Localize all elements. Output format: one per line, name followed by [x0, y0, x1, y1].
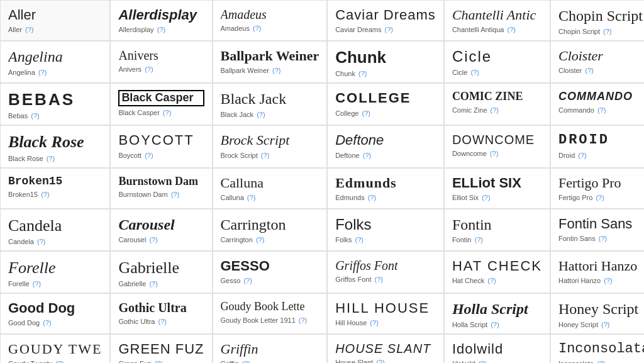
font-question-droid[interactable]: (?)	[578, 152, 586, 159]
font-cell-carousel[interactable]: CarouselCarousel (?)	[110, 209, 212, 251]
font-question-chunk[interactable]: (?)	[358, 70, 367, 77]
font-question-boycott[interactable]: (?)	[145, 152, 153, 159]
font-question-greenfuz[interactable]: (?)	[154, 360, 162, 363]
font-question-hatcheck[interactable]: (?)	[487, 277, 496, 284]
font-question-bebas[interactable]: (?)	[31, 112, 39, 120]
font-cell-idolwild[interactable]: IdolwildIdolwild (?)	[444, 334, 550, 363]
font-cell-gooddog[interactable]: Good DogGood Dog (?)	[0, 293, 110, 334]
font-cell-cloister[interactable]: CloisterCloister (?)	[550, 41, 644, 83]
font-cell-elliotsix[interactable]: ELLiot SIXElliot Six (?)	[444, 168, 550, 209]
font-question-honey[interactable]: (?)	[601, 321, 609, 328]
font-question-fertigo[interactable]: (?)	[596, 194, 604, 201]
font-cell-fertigo[interactable]: Fertigo ProFertigo Pro (?)	[550, 168, 644, 209]
font-cell-burnstown[interactable]: Burnstown DamBurnstown Dam (?)	[110, 168, 212, 209]
font-cell-blackjack[interactable]: Black JackBlack Jack (?)	[213, 83, 328, 125]
font-cell-carrington[interactable]: CarringtonCarrington (?)	[213, 209, 328, 251]
font-question-gabrielle[interactable]: (?)	[149, 280, 157, 288]
font-question-brock[interactable]: (?)	[261, 152, 269, 159]
font-cell-chantelli[interactable]: Chantelli AnticChantelli Antiqua (?)	[444, 0, 550, 41]
font-cell-deftone[interactable]: DeftoneDeftone (?)	[327, 125, 444, 167]
font-cell-bebas[interactable]: BEBASBebas (?)	[0, 83, 110, 125]
font-cell-hillhouse[interactable]: HILL HOUSEHill House (?)	[327, 293, 444, 334]
font-cell-griffos[interactable]: Griffos FontGriffos Font (?)	[327, 251, 444, 293]
font-question-allerdisplay[interactable]: (?)	[157, 26, 165, 33]
font-question-holla[interactable]: (?)	[491, 321, 499, 328]
font-cell-greenfuz[interactable]: GREEN FUZGreen Fuz (?)	[110, 334, 212, 363]
font-cell-inconsolata[interactable]: InconsolataInconsolata (?)	[550, 334, 644, 363]
font-question-cicle[interactable]: (?)	[470, 69, 479, 76]
font-question-chantelli[interactable]: (?)	[508, 26, 516, 33]
font-cell-houseslant[interactable]: HOUSE SLANTHouse Slant (?)	[327, 334, 444, 363]
font-question-goudytwenty[interactable]: (?)	[55, 360, 64, 363]
font-question-forelle[interactable]: (?)	[33, 280, 41, 288]
font-cell-downcome[interactable]: DOWNCOMEDowncome (?)	[444, 125, 550, 167]
font-question-commando[interactable]: (?)	[597, 106, 606, 114]
font-question-inconsolata[interactable]: (?)	[597, 360, 605, 363]
font-cell-caviar[interactable]: Caviar DreamsCaviar Dreams (?)	[327, 0, 444, 41]
font-question-broken15[interactable]: (?)	[41, 191, 49, 198]
font-cell-forelle[interactable]: ForelleForelle (?)	[0, 251, 110, 293]
font-question-college[interactable]: (?)	[362, 109, 370, 117]
font-cell-gothicultra[interactable]: Gothic UltraGothic Ultra (?)	[110, 293, 212, 334]
font-question-angelina[interactable]: (?)	[38, 69, 47, 76]
font-cell-griffin[interactable]: GriffinGriffin (?)	[213, 334, 328, 363]
font-cell-folks[interactable]: FolksFolks (?)	[327, 209, 444, 251]
font-question-blackjack[interactable]: (?)	[257, 111, 265, 118]
font-cell-anivers[interactable]: AniversAnivers (?)	[110, 41, 212, 83]
font-question-gooddog[interactable]: (?)	[43, 319, 51, 327]
font-cell-college[interactable]: COLLEGECollege (?)	[327, 83, 444, 125]
font-cell-gabrielle[interactable]: GabrielleGabrielle (?)	[110, 251, 212, 293]
font-cell-broken15[interactable]: Broken15Broken15 (?)	[0, 168, 110, 209]
font-question-amadeus[interactable]: (?)	[253, 25, 261, 32]
font-question-candela[interactable]: (?)	[37, 238, 45, 245]
font-question-ballpark[interactable]: (?)	[272, 67, 280, 74]
font-question-griffin[interactable]: (?)	[242, 360, 250, 363]
font-question-comiczine[interactable]: (?)	[491, 106, 499, 114]
font-cell-calluna[interactable]: CallunaCalluna (?)	[213, 168, 328, 209]
font-question-gothicultra[interactable]: (?)	[158, 318, 167, 325]
font-question-anivers[interactable]: (?)	[145, 65, 153, 73]
font-cell-boycott[interactable]: BOYCOTTBoycott (?)	[110, 125, 212, 167]
font-cell-hatcheck[interactable]: HAT CHECKHat Check (?)	[444, 251, 550, 293]
font-question-deftone[interactable]: (?)	[363, 152, 371, 159]
font-question-blackcasper[interactable]: (?)	[163, 109, 171, 116]
font-question-griffos[interactable]: (?)	[375, 276, 383, 283]
font-cell-honey[interactable]: Honey ScriptHoney Script (?)	[550, 293, 644, 334]
font-cell-chunk[interactable]: ChunkChunk (?)	[327, 41, 444, 83]
font-question-elliotsix[interactable]: (?)	[482, 194, 490, 201]
font-cell-hattori[interactable]: Hattori HanzoHattori Hanzo (?)	[550, 251, 644, 293]
font-cell-angelina[interactable]: AngelinaAngelina (?)	[0, 41, 110, 83]
font-question-blackrose[interactable]: (?)	[47, 155, 55, 162]
font-question-gesso[interactable]: (?)	[243, 277, 252, 284]
font-cell-fontinsans[interactable]: Fontin SansFontin Sans (?)	[550, 209, 644, 251]
font-cell-edmunds[interactable]: EdmundsEdmunds (?)	[327, 168, 444, 209]
font-cell-ballpark[interactable]: Ballpark WeinerBallpark Weiner (?)	[213, 41, 328, 83]
font-question-idolwild[interactable]: (?)	[479, 360, 487, 363]
font-cell-fontin[interactable]: FontinFontin (?)	[444, 209, 550, 251]
font-cell-cicle[interactable]: CicleCicle (?)	[444, 41, 550, 83]
font-question-calluna[interactable]: (?)	[247, 194, 255, 201]
font-cell-goudy[interactable]: Goudy Book LetteGoudy Book Letter 1911 (…	[213, 293, 328, 334]
font-cell-gesso[interactable]: GESSOGesso (?)	[213, 251, 328, 293]
font-question-fontin[interactable]: (?)	[475, 236, 483, 243]
font-cell-droid[interactable]: DROIDDroid (?)	[550, 125, 644, 167]
font-question-chopin[interactable]: (?)	[603, 28, 611, 35]
font-cell-allerdisplay[interactable]: AllerdisplayAllerdisplay (?)	[110, 0, 212, 41]
font-question-houseslant[interactable]: (?)	[376, 359, 384, 363]
font-cell-amadeus[interactable]: AmadeusAmadeus (?)	[213, 0, 328, 41]
font-question-goudy[interactable]: (?)	[299, 316, 307, 324]
font-cell-brock[interactable]: Brock ScriptBrock Script (?)	[213, 125, 328, 167]
font-cell-chopin[interactable]: Chopin ScriptChopin Script (?)	[550, 0, 644, 41]
font-cell-comiczine[interactable]: COMIC ZINEComic Zine (?)	[444, 83, 550, 125]
font-question-caviar[interactable]: (?)	[385, 26, 393, 33]
font-cell-blackrose[interactable]: Black RoseBlack Rose (?)	[0, 125, 110, 167]
font-question-hattori[interactable]: (?)	[604, 277, 612, 284]
font-question-carousel[interactable]: (?)	[149, 236, 157, 243]
font-question-carrington[interactable]: (?)	[256, 236, 264, 243]
font-question-fontinsans[interactable]: (?)	[599, 235, 607, 242]
font-question-edmunds[interactable]: (?)	[368, 194, 376, 201]
font-cell-aller[interactable]: AllerAller (?)	[0, 0, 110, 41]
font-question-cloister[interactable]: (?)	[585, 67, 593, 74]
font-question-downcome[interactable]: (?)	[490, 150, 498, 157]
font-cell-candela[interactable]: CandelaCandela (?)	[0, 209, 110, 251]
